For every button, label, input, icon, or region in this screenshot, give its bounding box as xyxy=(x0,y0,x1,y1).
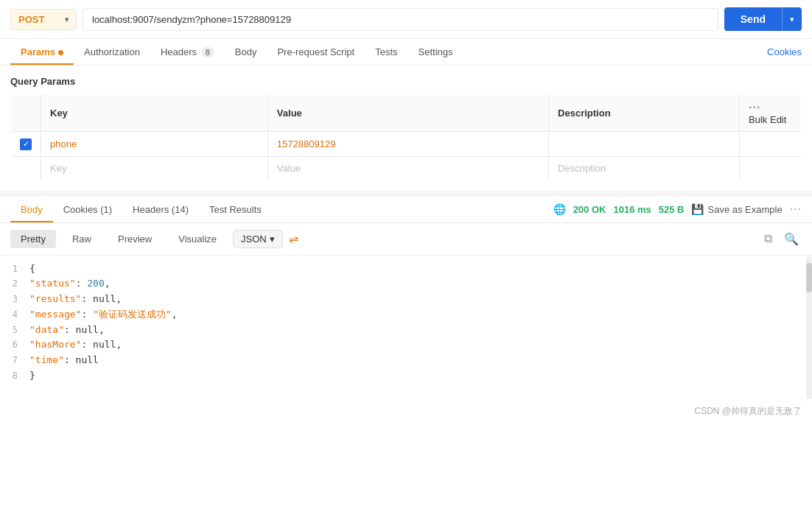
th-checkbox xyxy=(11,95,41,132)
tab-headers[interactable]: Headers 8 xyxy=(150,39,225,65)
tab-settings[interactable]: Settings xyxy=(408,39,463,65)
checkbox-checked-icon: ✓ xyxy=(20,138,32,150)
row-value-cell[interactable]: 15728809129 xyxy=(267,132,548,157)
response-time: 1016 ms xyxy=(613,204,651,215)
bulk-edit-button[interactable]: Bulk Edit xyxy=(749,114,786,125)
code-line-6: 6 "hasMore": null, xyxy=(0,337,812,353)
send-button-group: Send ▾ xyxy=(724,7,802,31)
scrollbar-thumb[interactable] xyxy=(806,263,812,292)
more-options-icon[interactable]: ··· xyxy=(749,101,760,113)
tab-tests[interactable]: Tests xyxy=(365,39,407,65)
empty-row: Key Value Description xyxy=(11,156,802,180)
tab-params[interactable]: Params xyxy=(10,39,74,65)
response-section: Body Cookies (1) Headers (14) Test Resul… xyxy=(0,197,812,399)
tab-authorization[interactable]: Authorization xyxy=(74,39,150,65)
tab-prerequest[interactable]: Pre-request Script xyxy=(267,39,365,65)
query-params-section: Query Params Key Value Description ··· B… xyxy=(0,66,812,180)
format-raw-button[interactable]: Raw xyxy=(62,230,102,248)
send-dropdown-button[interactable]: ▾ xyxy=(782,7,802,31)
format-pretty-button[interactable]: Pretty xyxy=(10,230,56,248)
query-params-title: Query Params xyxy=(10,76,802,87)
code-line-4: 4 "message": "验证码发送成功", xyxy=(0,307,812,323)
save-icon: 💾 xyxy=(691,203,704,215)
resp-tab-testresults[interactable]: Test Results xyxy=(199,197,272,222)
format-preview-button[interactable]: Preview xyxy=(108,230,162,248)
tab-body[interactable]: Body xyxy=(225,39,267,65)
code-area: 1 { 2 "status": 200, 3 "results": null, … xyxy=(0,256,812,399)
format-bar: Pretty Raw Preview Visualize JSON ▾ ⇌ ⧉ … xyxy=(0,223,812,256)
resp-tab-body[interactable]: Body xyxy=(10,197,53,222)
th-actions: ··· Bulk Edit xyxy=(740,95,802,132)
method-chevron-icon: ▾ xyxy=(65,15,69,24)
empty-key-cell[interactable]: Key xyxy=(41,156,268,180)
cookies-link[interactable]: Cookies xyxy=(767,39,802,65)
response-status: 200 OK xyxy=(573,204,606,215)
param-value: 15728809129 xyxy=(277,138,336,150)
scrollbar-y[interactable] xyxy=(806,256,812,399)
th-value: Value xyxy=(267,95,548,132)
code-line-5: 5 "data": null, xyxy=(0,323,812,338)
format-type-select[interactable]: JSON ▾ xyxy=(233,230,283,248)
code-line-8: 8 } xyxy=(0,368,812,384)
key-placeholder: Key xyxy=(50,163,66,174)
table-row: ✓ phone 15728809129 xyxy=(11,132,802,157)
params-table: Key Value Description ··· Bulk Edit ✓ ph… xyxy=(10,94,802,180)
filter-icon[interactable]: ⇌ xyxy=(289,232,298,246)
format-visualize-button[interactable]: Visualize xyxy=(168,230,227,248)
save-example-button[interactable]: 💾 Save as Example xyxy=(691,203,782,215)
watermark: CSDN @帅得真的是无敌了 xyxy=(0,399,812,424)
format-type-chevron-icon: ▾ xyxy=(270,233,275,245)
resp-tab-cookies[interactable]: Cookies (1) xyxy=(53,197,122,222)
row-checkbox-cell[interactable]: ✓ xyxy=(11,132,41,157)
value-placeholder: Value xyxy=(277,163,301,174)
resp-tab-headers[interactable]: Headers (14) xyxy=(122,197,199,222)
url-bar: POST ▾ Send ▾ xyxy=(0,0,812,39)
response-more-options[interactable]: ··· xyxy=(790,203,802,216)
row-desc-cell[interactable] xyxy=(549,132,740,157)
response-meta: 🌐 200 OK 1016 ms 525 B 💾 Save as Example… xyxy=(553,203,802,216)
empty-desc-cell[interactable]: Description xyxy=(549,156,740,180)
code-line-3: 3 "results": null, xyxy=(0,292,812,307)
th-description: Description xyxy=(549,95,740,132)
empty-checkbox-cell xyxy=(11,156,41,180)
param-key: phone xyxy=(50,138,77,150)
send-button[interactable]: Send xyxy=(724,7,782,31)
code-line-2: 2 "status": 200, xyxy=(0,276,812,292)
method-select[interactable]: POST ▾ xyxy=(10,9,77,30)
params-dot-indicator xyxy=(58,50,63,55)
th-key: Key xyxy=(41,95,268,132)
copy-icon[interactable]: ⧉ xyxy=(761,229,775,248)
desc-placeholder: Description xyxy=(558,163,606,174)
headers-badge: 8 xyxy=(201,47,214,57)
code-line-7: 7 "time": null xyxy=(0,353,812,368)
empty-actions-cell xyxy=(740,156,802,180)
response-size: 525 B xyxy=(659,204,685,215)
section-divider xyxy=(0,191,812,197)
url-input[interactable] xyxy=(83,8,718,31)
empty-value-cell[interactable]: Value xyxy=(267,156,548,180)
row-actions-cell xyxy=(740,132,802,157)
globe-icon: 🌐 xyxy=(553,203,566,215)
method-label: POST xyxy=(18,14,44,25)
request-tab-bar: Params Authorization Headers 8 Body Pre-… xyxy=(0,39,812,66)
row-key-cell[interactable]: phone xyxy=(41,132,268,157)
code-line-1: 1 { xyxy=(0,261,812,277)
search-icon[interactable]: 🔍 xyxy=(781,229,802,249)
response-tab-bar: Body Cookies (1) Headers (14) Test Resul… xyxy=(0,197,812,223)
